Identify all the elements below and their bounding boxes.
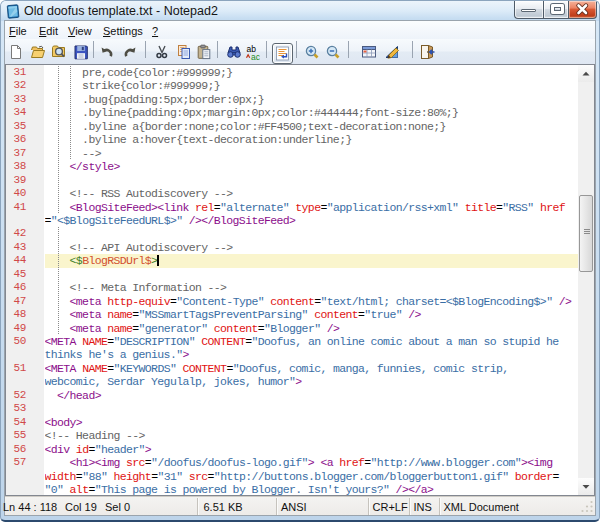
svg-text:ac: ac xyxy=(251,52,260,61)
